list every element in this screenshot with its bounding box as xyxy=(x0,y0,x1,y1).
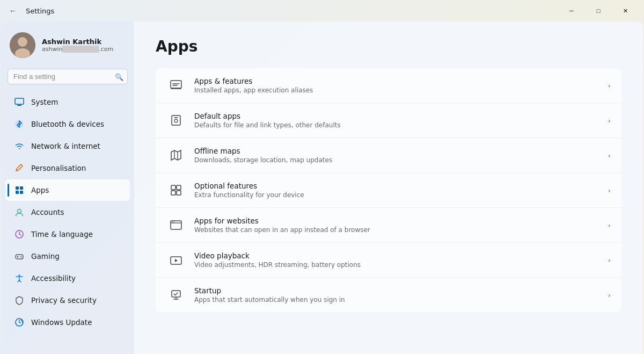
user-info: Ashwin Karthik ashwin████████.com xyxy=(42,38,126,53)
svg-rect-15 xyxy=(171,81,181,88)
svg-rect-16 xyxy=(172,115,180,125)
main-content: Apps Apps & features Installed apps, app… xyxy=(134,21,643,354)
sidebar-label-accessibility: Accessibility xyxy=(31,274,76,283)
sidebar-label-network: Network & internet xyxy=(31,142,100,150)
default-apps-subtitle: Defaults for file and link types, other … xyxy=(194,121,599,129)
startup-text: Startup Apps that start automatically wh… xyxy=(194,286,599,304)
offline-maps-chevron: › xyxy=(608,151,611,160)
settings-item-optional-features[interactable]: Optional features Extra functionality fo… xyxy=(156,173,621,208)
settings-item-startup[interactable]: Startup Apps that start automatically wh… xyxy=(156,278,621,312)
optional-features-chevron: › xyxy=(608,186,611,194)
svg-point-13 xyxy=(19,274,20,276)
optional-features-subtitle: Extra functionality for your device xyxy=(194,191,599,199)
sidebar-item-update[interactable]: Windows Update xyxy=(5,312,130,333)
sidebar-item-personalisation[interactable]: Personalisation xyxy=(5,157,130,179)
settings-item-default-apps[interactable]: Default apps Defaults for file and link … xyxy=(156,103,621,138)
network-icon xyxy=(14,141,25,151)
apps-websites-icon xyxy=(166,215,186,235)
avatar xyxy=(10,32,35,58)
svg-rect-20 xyxy=(171,191,175,195)
svg-point-23 xyxy=(172,221,173,222)
video-playback-chevron: › xyxy=(608,256,611,264)
svg-rect-26 xyxy=(172,291,180,297)
svg-rect-4 xyxy=(17,105,21,106)
apps-features-subtitle: Installed apps, app execution aliases xyxy=(194,86,599,94)
user-profile[interactable]: Ashwin Karthik ashwin████████.com xyxy=(1,21,134,67)
sidebar-item-system[interactable]: System xyxy=(5,91,130,113)
gaming-icon xyxy=(14,251,25,262)
sidebar-item-privacy[interactable]: Privacy & security xyxy=(5,290,130,311)
page-title: Apps xyxy=(156,38,621,55)
svg-point-10 xyxy=(18,209,21,213)
default-apps-chevron: › xyxy=(608,117,611,125)
settings-item-apps-features[interactable]: Apps & features Installed apps, app exec… xyxy=(156,68,621,103)
search-input[interactable] xyxy=(8,69,128,84)
startup-chevron: › xyxy=(608,291,611,299)
minimize-button[interactable]: ─ xyxy=(559,2,584,19)
search-icon: 🔍 xyxy=(115,73,123,81)
apps-features-chevron: › xyxy=(608,82,611,90)
startup-icon xyxy=(166,285,186,305)
sidebar-label-privacy: Privacy & security xyxy=(31,296,97,305)
apps-features-text: Apps & features Installed apps, app exec… xyxy=(194,77,599,94)
settings-item-video-playback[interactable]: Video playback Video adjustments, HDR st… xyxy=(156,243,621,278)
default-apps-icon xyxy=(166,111,186,130)
sidebar-label-system: System xyxy=(31,98,58,106)
settings-item-offline-maps[interactable]: Offline maps Downloads, storage location… xyxy=(156,138,621,173)
back-button[interactable]: ← xyxy=(6,4,19,17)
sidebar-item-apps[interactable]: Apps xyxy=(5,179,130,201)
startup-subtitle: Apps that start automatically when you s… xyxy=(194,296,599,304)
offline-maps-subtitle: Downloads, storage location, map updates xyxy=(194,156,599,164)
apps-websites-chevron: › xyxy=(608,221,611,229)
accessibility-icon xyxy=(14,273,25,284)
optional-features-title: Optional features xyxy=(194,182,599,190)
svg-rect-18 xyxy=(171,185,175,190)
apps-websites-text: Apps for websites Websites that can open… xyxy=(194,216,599,234)
apps-features-icon xyxy=(166,76,186,95)
svg-rect-6 xyxy=(16,186,19,190)
sidebar-label-gaming: Gaming xyxy=(31,252,60,261)
window-controls: ─ □ ✕ xyxy=(559,2,638,19)
sidebar-label-time: Time & language xyxy=(31,230,93,239)
maximize-button[interactable]: □ xyxy=(586,2,611,19)
sidebar-item-network[interactable]: Network & internet xyxy=(5,135,130,157)
bluetooth-icon xyxy=(14,119,25,129)
video-playback-icon xyxy=(166,250,186,270)
startup-title: Startup xyxy=(194,286,599,295)
video-playback-text: Video playback Video adjustments, HDR st… xyxy=(194,251,599,269)
sidebar-label-personalisation: Personalisation xyxy=(31,164,86,172)
offline-maps-title: Offline maps xyxy=(194,147,599,155)
optional-features-text: Optional features Extra functionality fo… xyxy=(194,182,599,199)
offline-maps-icon xyxy=(166,146,186,165)
svg-rect-21 xyxy=(177,191,181,195)
sidebar-nav: System Bluetooth & devices Network & int… xyxy=(1,91,134,334)
sidebar-item-accounts[interactable]: Accounts xyxy=(5,201,130,223)
apps-icon xyxy=(14,185,25,196)
sidebar-item-bluetooth[interactable]: Bluetooth & devices xyxy=(5,113,130,135)
optional-features-icon xyxy=(166,180,186,200)
settings-item-apps-websites[interactable]: Apps for websites Websites that can open… xyxy=(156,208,621,243)
offline-maps-text: Offline maps Downloads, storage location… xyxy=(194,147,599,164)
search-box: 🔍 xyxy=(8,69,128,84)
sidebar-item-gaming[interactable]: Gaming xyxy=(5,245,130,267)
default-apps-title: Default apps xyxy=(194,112,599,120)
apps-websites-title: Apps for websites xyxy=(194,216,599,225)
privacy-icon xyxy=(14,295,25,306)
window-title: Settings xyxy=(26,7,54,15)
app-window: Ashwin Karthik ashwin████████.com 🔍 Syst… xyxy=(1,21,643,354)
system-icon xyxy=(14,97,25,107)
sidebar-label-apps: Apps xyxy=(31,186,49,194)
close-button[interactable]: ✕ xyxy=(613,2,638,19)
default-apps-text: Default apps Defaults for file and link … xyxy=(194,112,599,129)
svg-rect-19 xyxy=(177,185,181,190)
sidebar-item-time[interactable]: Time & language xyxy=(5,223,130,245)
time-icon xyxy=(14,229,25,240)
svg-rect-9 xyxy=(20,191,23,194)
sidebar-item-accessibility[interactable]: Accessibility xyxy=(5,268,130,289)
update-icon xyxy=(14,317,25,328)
video-playback-title: Video playback xyxy=(194,251,599,260)
title-bar-left: ← Settings xyxy=(6,4,54,17)
sidebar: Ashwin Karthik ashwin████████.com 🔍 Syst… xyxy=(1,21,134,354)
apps-websites-subtitle: Websites that can open in an app instead… xyxy=(194,226,599,234)
video-playback-subtitle: Video adjustments, HDR streaming, batter… xyxy=(194,261,599,269)
